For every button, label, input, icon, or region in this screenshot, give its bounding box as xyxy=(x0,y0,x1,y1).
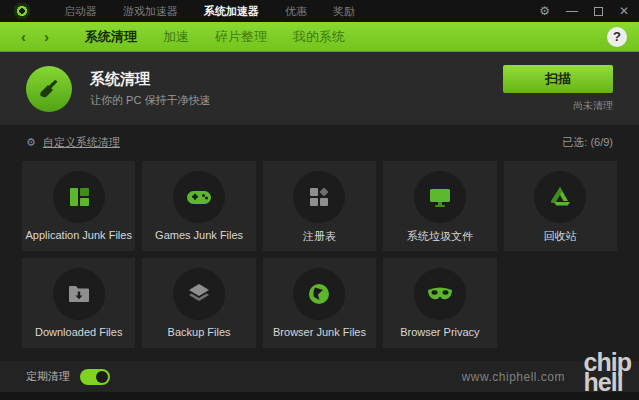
tile-system-junk-files[interactable]: 系统垃圾文件 xyxy=(383,161,496,251)
globe-icon xyxy=(293,268,345,320)
page-title: 系统清理 xyxy=(90,70,210,89)
watermark-url: www.chiphell.com xyxy=(462,370,565,384)
registry-icon xyxy=(293,171,345,223)
titlebar-tab-deals[interactable]: 优惠 xyxy=(285,4,307,19)
broom-icon xyxy=(26,66,72,112)
tile-label: 注册表 xyxy=(263,229,376,244)
maximize-icon[interactable] xyxy=(594,7,603,16)
app-windows-icon xyxy=(53,171,105,223)
tile-browser-privacy[interactable]: Browser Privacy xyxy=(383,258,496,348)
titlebar-tab-system-booster[interactable]: 系统加速器 xyxy=(204,4,259,19)
layers-icon xyxy=(173,268,225,320)
tab-defrag[interactable]: 碎片整理 xyxy=(202,28,280,46)
tab-system-cleaner[interactable]: 系统清理 xyxy=(72,28,150,46)
chiphell-logo: chip hell xyxy=(584,352,631,392)
toggle-knob xyxy=(96,371,108,383)
wrench-icon: ⚙ xyxy=(26,136,36,149)
page-header: 系统清理 让你的 PC 保持干净快速 扫描 尚未清理 xyxy=(0,52,639,125)
tile-label: 回收站 xyxy=(504,229,617,244)
tile-games-junk-files[interactable]: Games Junk Files xyxy=(142,161,255,251)
tile-label: Application Junk Files xyxy=(22,229,135,241)
header-right: 扫描 尚未清理 xyxy=(503,65,613,113)
titlebar-tab-game-booster[interactable]: 游戏加速器 xyxy=(123,4,178,19)
customize-cleanup-link[interactable]: ⚙ 自定义系统清理 xyxy=(26,135,120,150)
tile-browser-junk-files[interactable]: Browser Junk Files xyxy=(263,258,376,348)
tab-my-system[interactable]: 我的系统 xyxy=(280,28,358,46)
app-logo-icon xyxy=(14,3,30,19)
page-subtitle: 让你的 PC 保持干净快速 xyxy=(90,93,210,108)
tile-application-junk-files[interactable]: Application Junk Files xyxy=(22,161,135,251)
selected-count: 已选: (6/9) xyxy=(562,135,613,150)
mask-icon xyxy=(414,268,466,320)
feature-navbar: ‹ › 系统清理 加速 碎片整理 我的系统 ? xyxy=(0,22,639,52)
header-text: 系统清理 让你的 PC 保持干净快速 xyxy=(90,70,210,108)
tile-label: 系统垃圾文件 xyxy=(383,229,496,244)
window-controls: ⚙ — ✕ xyxy=(539,5,629,17)
gamepad-icon xyxy=(173,171,225,223)
tile-recycle-bin[interactable]: 回收站 xyxy=(504,161,617,251)
scheduled-clean-label: 定期清理 xyxy=(26,369,70,384)
tile-backup-files[interactable]: Backup Files xyxy=(142,258,255,348)
tab-speed-up[interactable]: 加速 xyxy=(150,28,202,46)
help-button[interactable]: ? xyxy=(607,27,627,47)
tile-label: Downloaded Files xyxy=(22,326,135,338)
titlebar-tab-launcher[interactable]: 启动器 xyxy=(64,4,97,19)
close-icon[interactable]: ✕ xyxy=(619,5,629,17)
titlebar-tabs: 启动器 游戏加速器 系统加速器 优惠 奖励 xyxy=(64,4,355,19)
titlebar: 启动器 游戏加速器 系统加速器 优惠 奖励 ⚙ — ✕ xyxy=(0,0,639,22)
cleanup-tiles-grid: Application Junk Files Games Junk Files … xyxy=(0,159,639,348)
monitor-icon xyxy=(414,171,466,223)
forward-chevron-icon[interactable]: › xyxy=(44,29,49,44)
titlebar-tab-rewards[interactable]: 奖励 xyxy=(333,4,355,19)
bottom-strip xyxy=(0,392,639,400)
minimize-icon[interactable]: — xyxy=(566,5,578,17)
customize-row: ⚙ 自定义系统清理 已选: (6/9) xyxy=(0,125,639,159)
tile-label: Backup Files xyxy=(142,326,255,338)
recycle-icon xyxy=(534,171,586,223)
scan-status: 尚未清理 xyxy=(503,99,613,113)
back-chevron-icon[interactable]: ‹ xyxy=(21,29,26,44)
feature-tabs: 系统清理 加速 碎片整理 我的系统 xyxy=(72,28,358,46)
tile-label: Browser Junk Files xyxy=(263,326,376,338)
tile-label: Games Junk Files xyxy=(142,229,255,241)
download-folder-icon xyxy=(53,268,105,320)
tile-registry[interactable]: 注册表 xyxy=(263,161,376,251)
scheduled-clean-toggle[interactable] xyxy=(80,369,110,385)
settings-icon[interactable]: ⚙ xyxy=(539,5,550,17)
tile-label: Browser Privacy xyxy=(383,326,496,338)
scan-button[interactable]: 扫描 xyxy=(503,65,613,93)
customize-cleanup-label: 自定义系统清理 xyxy=(43,135,120,150)
tile-downloaded-files[interactable]: Downloaded Files xyxy=(22,258,135,348)
